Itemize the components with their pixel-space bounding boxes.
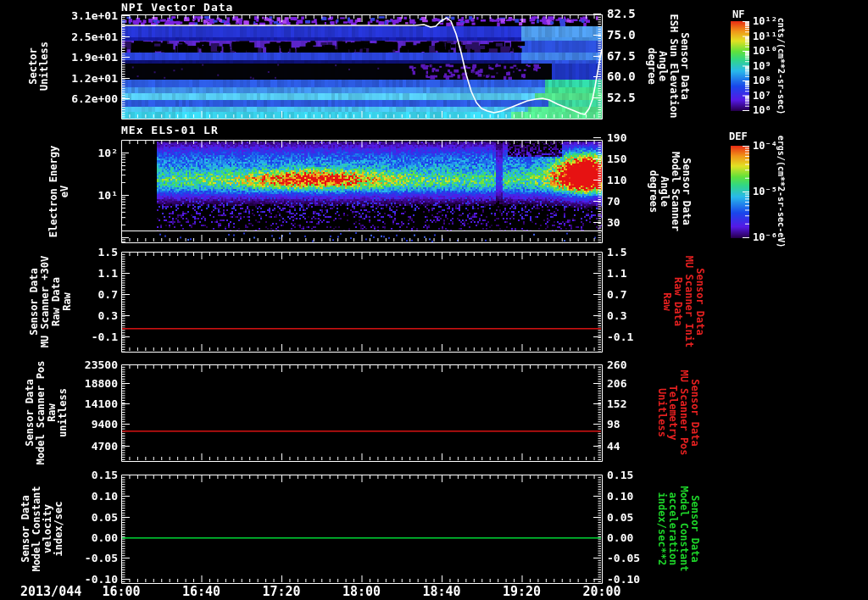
- panel2-right-axis-label: Sensor Data Model Scanner Angle degrees: [648, 152, 692, 231]
- tick-label: -0.05: [85, 553, 118, 564]
- colorbar-nf-title: NF: [732, 9, 744, 20]
- tick-label: -0.1: [607, 331, 633, 342]
- tick-label: 75.0: [607, 30, 636, 41]
- plot-screen: NPI Vector Data MEx ELS-01 LR Sector Uni…: [0, 0, 868, 600]
- tick-label: 4700: [92, 441, 118, 452]
- tick-label: 260: [607, 359, 626, 370]
- tick-label: 20:00: [582, 586, 620, 597]
- tick-label: 60.0: [607, 71, 636, 82]
- tick-label: 6.2e+00: [71, 93, 118, 104]
- tick-label: 10²: [98, 147, 118, 158]
- tick-label: 14100: [85, 398, 118, 409]
- tick-label: 98: [607, 419, 620, 430]
- tick-label: 0.05: [607, 512, 633, 523]
- panel5-right-axis-label: Sensor Data Model Constant acceleration …: [656, 486, 700, 571]
- x-axis-date-label: 2013/044: [20, 586, 81, 597]
- panel1-left-axis-label: Sector Unitless: [28, 42, 50, 91]
- tick-label: 0.15: [92, 469, 118, 481]
- tick-label: 0.3: [607, 310, 626, 321]
- panel1-title: NPI Vector Data: [121, 2, 233, 13]
- tick-label: 0.05: [92, 512, 118, 523]
- tick-label: 0.7: [607, 289, 626, 300]
- tick-label: 16:00: [102, 586, 140, 597]
- tick-label: 1.5: [607, 247, 626, 258]
- tick-label: 1.2e+01: [71, 73, 118, 84]
- tick-label: 0.00: [607, 532, 633, 543]
- tick-label: 9400: [92, 419, 118, 430]
- panel4-left-axis-label: Sensor Data Model Scanner Pos Raw unitle…: [25, 361, 69, 465]
- tick-label: 18:40: [422, 586, 460, 597]
- tick-label: 10⁸: [753, 75, 771, 86]
- panel4-right-axis-label: Sensor Data MU Scanner Pos Telemetry Uni…: [656, 369, 700, 455]
- tick-label: 18:00: [342, 586, 381, 597]
- tick-label: -0.1: [92, 331, 118, 342]
- tick-label: 150: [607, 153, 626, 164]
- tick-label: 0.15: [607, 469, 633, 481]
- tick-label: 17:20: [262, 586, 300, 597]
- tick-label: 0.3: [98, 310, 118, 321]
- colorbar-def-title: DEF: [729, 131, 748, 142]
- tick-label: 19:20: [503, 586, 541, 597]
- tick-label: 10⁻⁵: [753, 186, 777, 197]
- tick-label: 0.10: [607, 491, 633, 502]
- tick-label: 10¹¹: [753, 31, 777, 42]
- panel2-left-axis-label: Electron Energy eV: [48, 146, 70, 237]
- tick-label: 30: [607, 217, 620, 228]
- tick-label: 82.5: [607, 8, 636, 19]
- panel3-left-axis-label: Sensor Data MU Scanner +30V Raw Data Raw: [29, 256, 73, 347]
- panel1-right-axis-label: Sensor Data ESH Sun Elevation Angle degr…: [646, 14, 690, 119]
- tick-label: 10⁶: [753, 105, 771, 116]
- tick-label: 1.5: [98, 247, 118, 258]
- tick-label: 110: [607, 175, 626, 186]
- tick-label: 0.10: [92, 491, 118, 502]
- panel5-left-axis-label: Sensor Data Model Constant velocity inde…: [20, 486, 64, 571]
- tick-label: 206: [607, 378, 626, 389]
- tick-label: 67.5: [607, 51, 636, 62]
- tick-label: 10⁻⁶: [753, 232, 777, 243]
- tick-label: 10⁻⁴: [753, 141, 777, 152]
- tick-label: 190: [607, 132, 626, 143]
- tick-label: 18800: [85, 378, 118, 389]
- panel3-right-axis-label: Sensor Data MU Scanner Init Raw Data Raw: [661, 256, 705, 347]
- tick-label: 1.1: [607, 268, 626, 279]
- tick-label: 0.7: [98, 289, 118, 300]
- panel2-title: MEx ELS-01 LR: [121, 125, 219, 136]
- tick-label: 10⁷: [753, 90, 771, 101]
- tick-label: 10¹: [98, 190, 118, 201]
- tick-label: 1.9e+01: [71, 52, 118, 63]
- tick-label: 10⁹: [753, 60, 771, 71]
- tick-label: 2.5e+01: [71, 31, 118, 42]
- tick-label: 3.1e+01: [71, 10, 118, 21]
- tick-label: 152: [607, 398, 626, 409]
- tick-label: 10¹²: [753, 16, 777, 27]
- tick-label: 23500: [85, 359, 118, 370]
- tick-label: 0.00: [92, 532, 118, 543]
- tick-label: 1.1: [98, 268, 118, 279]
- tick-label: 52.5: [607, 92, 636, 103]
- tick-label: 16:40: [182, 586, 220, 597]
- tick-label: 44: [607, 441, 620, 452]
- tick-label: -0.05: [607, 553, 640, 564]
- spectrogram-canvas: [0, 0, 868, 600]
- tick-label: 10¹⁰: [753, 46, 777, 57]
- tick-label: 70: [607, 196, 620, 207]
